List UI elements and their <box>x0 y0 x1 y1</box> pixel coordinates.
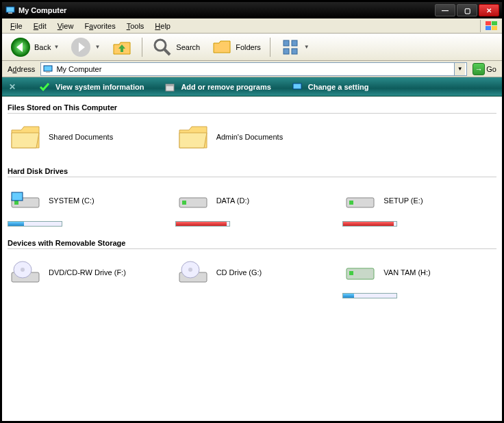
my-computer-icon <box>42 64 53 75</box>
toolbar: Back ▼ ▼ Search Folders ▼ <box>2 34 502 61</box>
menu-tools[interactable]: Tools <box>121 21 150 31</box>
folders-label: Folders <box>236 43 261 51</box>
svg-point-31 <box>188 268 192 272</box>
svg-rect-11 <box>292 40 297 46</box>
windows-flag-icon[interactable] <box>480 20 499 32</box>
menu-view[interactable]: View <box>52 21 79 31</box>
svg-point-8 <box>155 40 166 51</box>
optical-drive-icon <box>9 256 42 289</box>
go-arrow-icon: → <box>473 63 485 75</box>
item-label: Shared Documents <box>49 133 160 141</box>
svg-rect-2 <box>486 21 491 25</box>
svg-rect-21 <box>12 192 23 201</box>
box-icon <box>164 81 175 92</box>
svg-rect-13 <box>292 49 297 54</box>
capacity-bar <box>342 221 397 227</box>
close-button[interactable]: ✕ <box>479 4 499 16</box>
drive-f[interactable]: DVD/CD-RW Drive (F:) <box>8 255 162 298</box>
section-removable-storage: Devices with Removable Storage <box>8 239 496 249</box>
go-button[interactable]: → Go <box>470 62 499 76</box>
menu-favorites[interactable]: Favorites <box>79 21 121 31</box>
folder-shared-documents[interactable]: Shared Documents <box>8 119 162 155</box>
optical-drive-icon <box>177 256 210 289</box>
menu-help[interactable]: Help <box>149 21 176 31</box>
item-label: Admin's Documents <box>216 133 328 141</box>
capacity-bar <box>8 221 62 227</box>
go-label: Go <box>486 65 496 73</box>
address-label: Address <box>5 65 38 73</box>
toolbar-separator <box>142 38 142 57</box>
maximize-button[interactable]: ▢ <box>457 4 477 16</box>
back-arrow-icon <box>10 36 32 58</box>
task-add-remove-programs[interactable]: Add or remove programs <box>164 81 270 92</box>
task-view-system-info[interactable]: View system information <box>39 81 144 92</box>
views-button[interactable]: ▼ <box>275 34 314 60</box>
folder-admin-documents[interactable]: Admin's Documents <box>175 119 329 155</box>
check-icon <box>39 81 50 92</box>
svg-rect-3 <box>492 21 497 25</box>
section-files-stored: Files Stored on This Computer <box>8 103 496 114</box>
task-label: Change a setting <box>308 83 369 91</box>
toolbar-separator <box>270 38 270 57</box>
svg-rect-0 <box>6 7 14 12</box>
drive-d[interactable]: DATA (D:) <box>175 183 329 227</box>
minimize-button[interactable]: — <box>435 4 455 16</box>
task-change-setting[interactable]: Change a setting <box>292 81 369 92</box>
drive-g[interactable]: CD Drive (G:) <box>175 255 329 298</box>
svg-rect-15 <box>46 71 50 73</box>
window-controls: — ▢ ✕ <box>435 4 499 16</box>
setting-icon <box>292 81 303 92</box>
svg-rect-4 <box>486 26 491 30</box>
svg-rect-18 <box>293 84 301 89</box>
hdd-icon <box>344 184 377 217</box>
svg-rect-5 <box>492 26 497 30</box>
menu-edit[interactable]: Edit <box>28 21 52 31</box>
drive-e[interactable]: SETUP (E:) <box>342 183 496 227</box>
capacity-bar <box>175 221 230 227</box>
system-tasks-bar: ✕ View system information Add or remove … <box>2 77 502 97</box>
svg-rect-12 <box>284 49 289 54</box>
svg-rect-1 <box>8 12 12 14</box>
task-label: Add or remove programs <box>181 83 270 91</box>
files-grid: Shared Documents Admin's Documents <box>8 119 496 155</box>
forward-arrow-icon <box>70 36 92 58</box>
search-label: Search <box>176 43 200 51</box>
back-button[interactable]: Back ▼ <box>5 34 64 60</box>
content-area: Files Stored on This Computer Shared Doc… <box>2 97 502 421</box>
svg-line-9 <box>164 49 170 55</box>
menu-file[interactable]: File <box>5 21 28 31</box>
svg-point-28 <box>21 268 25 272</box>
removable-grid: DVD/CD-RW Drive (F:) CD Drive (G:) VAN T… <box>8 255 496 298</box>
folder-icon <box>9 120 42 153</box>
window-title: My Computer <box>18 6 435 14</box>
titlebar[interactable]: My Computer — ▢ ✕ <box>2 2 502 18</box>
forward-button[interactable]: ▼ <box>65 34 105 60</box>
folder-icon <box>177 120 210 153</box>
svg-rect-17 <box>166 84 174 86</box>
svg-rect-10 <box>284 40 289 46</box>
drive-h[interactable]: VAN TAM (H:) <box>342 255 496 298</box>
back-dropdown-icon[interactable]: ▼ <box>53 44 59 50</box>
drive-c[interactable]: SYSTEM (C:) <box>8 183 162 227</box>
views-dropdown-icon[interactable]: ▼ <box>304 44 310 50</box>
svg-rect-33 <box>349 271 353 275</box>
views-icon <box>279 36 301 58</box>
address-input[interactable]: My Computer ▼ <box>40 62 467 76</box>
search-button[interactable]: Search <box>147 34 205 60</box>
up-button[interactable] <box>106 34 138 60</box>
svg-rect-23 <box>182 201 186 205</box>
search-icon <box>151 36 173 58</box>
folders-icon <box>211 36 233 58</box>
section-hard-disk-drives: Hard Disk Drives <box>8 167 496 177</box>
folders-button[interactable]: Folders <box>206 34 266 60</box>
tasks-close-icon[interactable]: ✕ <box>9 82 16 92</box>
explorer-window: My Computer — ▢ ✕ File Edit View Favorit… <box>0 0 504 423</box>
capacity-bar <box>342 293 397 298</box>
menubar: File Edit View Favorites Tools Help <box>2 18 502 34</box>
item-label: DVD/CD-RW Drive (F:) <box>49 268 160 277</box>
address-dropdown-icon[interactable]: ▼ <box>454 63 465 75</box>
forward-dropdown-icon[interactable]: ▼ <box>94 44 100 50</box>
address-value: My Computer <box>56 65 101 73</box>
hdd-icon <box>9 184 42 217</box>
item-label: DATA (D:) <box>216 196 328 205</box>
